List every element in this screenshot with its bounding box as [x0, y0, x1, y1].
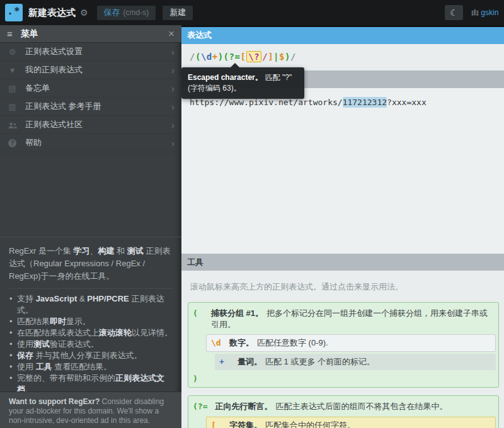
explain-text: 数字。匹配任意数字 (0-9). [229, 337, 328, 349]
chevron-right-icon: › [171, 120, 175, 130]
lookahead-token: (?= [193, 402, 207, 411]
reference-icon: ▥ [7, 103, 18, 111]
tools-content: 滚动鼠标来高亮上方的正则表达式。通过点击来显示用法。 ( 捕获分组 #1。把多个… [181, 271, 504, 428]
sidebar-item-settings[interactable]: ⚙ 正则表达式设置 › [0, 43, 181, 61]
sidebar-item-label: 正则表达式社区 [25, 119, 171, 130]
divider [9, 288, 173, 289]
feature-item: 使用测试验证表达式。 [9, 339, 173, 350]
sidebar-item-cheatsheet[interactable]: ▤ 备忘单 › [0, 79, 181, 98]
sidebar-item-label: 备忘单 [25, 82, 171, 94]
explain-group-box: ( 捕获分组 #1。把多个标记分在同一组并创建一个捕获分组，用来创建子串或引用。… [188, 302, 499, 388]
save-shortcut: (cmd-s) [123, 8, 149, 17]
regex-token: / [262, 52, 268, 62]
regex-token: / [190, 52, 195, 62]
expression-section-header: 表达式 [181, 25, 504, 44]
save-label: 保存 [104, 7, 120, 18]
sidebar-item-label: 正则表达式设置 [25, 46, 171, 57]
regex-token-hovered: \? [246, 51, 261, 62]
feature-item: 支持 JavaScript & PHP/PCRE 正则表达式。 [9, 293, 173, 316]
feature-item: 在匹配结果或表达式上滚动滚轮以见详情。 [9, 327, 173, 339]
sidebar-item-community[interactable]: 正则表达式社区 › [0, 116, 181, 134]
regex-token: / [290, 52, 296, 62]
expression-settings-gear-icon[interactable]: ⚙ [80, 8, 88, 18]
group-open-token: ( [193, 308, 203, 318]
quantifier-token: + [219, 357, 230, 366]
regex-token: (?= [224, 52, 241, 62]
test-text-area[interactable]: https://www.pixiv.net/artworks/117212312… [181, 88, 504, 254]
group-close-token: ) [193, 374, 203, 383]
topbar-right: ☾ 由 gskin [445, 5, 504, 20]
sidebar-item-label: 帮助 [25, 137, 171, 149]
page-title: 新建表达式 [28, 7, 76, 19]
chevron-right-icon: › [171, 138, 175, 149]
explain-row-digit[interactable]: \d 数字。匹配任意数字 (0-9). [206, 334, 496, 352]
token-tooltip: Escaped character。匹配 "?" (字符编码 63)。 [181, 67, 304, 99]
community-icon [7, 120, 18, 128]
test-text: ?xxx=xxx [387, 98, 427, 107]
explain-row-capture-group[interactable]: ( 捕获分组 #1。把多个标记分在同一组并创建一个捕获分组，用来创建子串或引用。 [188, 305, 497, 333]
menu-title: 菜单 [21, 28, 168, 40]
regexr-logo-icon[interactable]: .* [5, 4, 23, 21]
sidebar-item-label: 正则表达式 参考手册 [25, 101, 171, 112]
menu-list-icon: ≡ [7, 28, 13, 39]
theme-toggle-moon-icon[interactable]: ☾ [445, 5, 463, 20]
chevron-right-icon: › [171, 83, 175, 94]
save-button[interactable]: 保存 (cmd-s) [97, 6, 156, 20]
explain-text: 正向先行断言。匹配主表达式后面的组而不将其包含在结果中。 [215, 401, 447, 412]
top-bar: .* 新建表达式 ⚙ 保存 (cmd-s) 新建 ☾ 由 gskin [0, 0, 504, 25]
explain-row-quantifier[interactable]: + 量词。匹配 1 或更多 个前面的标记。 [215, 354, 496, 370]
byline: 由 gskin [471, 8, 504, 18]
ad-blocker-notice: Want to support RegExr? Consider disabli… [0, 391, 181, 428]
chevron-right-icon: › [171, 101, 175, 112]
sidebar-item-label: 我的正则表达式 [25, 64, 171, 76]
sidebar-item-reference[interactable]: ▥ 正则表达式 参考手册 › [0, 98, 181, 116]
expression-input[interactable]: /(\d+)(?=[\?/]|$)/ [181, 44, 504, 70]
tools-section-header: 工具 [181, 254, 504, 271]
close-icon[interactable]: × [168, 28, 175, 39]
regex-token: + [212, 52, 218, 62]
explain-row-group-close[interactable]: ) [188, 372, 497, 384]
feature-item: 保存 并与其他人分享正则表达式。 [9, 350, 173, 361]
sidebar-item-my-patterns[interactable]: ♥ 我的正则表达式 › [0, 61, 181, 79]
explain-lookahead-box: (?= 正向先行断言。匹配主表达式后面的组而不将其包含在结果中。 [ 字符集。匹… [188, 395, 499, 428]
new-label: 新建 [169, 7, 186, 18]
digit-token: \d [211, 338, 222, 347]
explain-row-lookahead[interactable]: (?= 正向先行断言。匹配主表达式后面的组而不将其包含在结果中。 [188, 398, 497, 415]
tooltip-title: Escaped character。 [188, 73, 263, 82]
regex-token: ( [195, 52, 201, 62]
regex-token: ] [268, 52, 273, 62]
feature-item: 使用 工具 查看匹配结果。 [9, 361, 173, 373]
feature-item: 匹配结果即时显示。 [9, 316, 173, 327]
match-highlight: 117212312 [343, 97, 387, 108]
sidebar-item-help[interactable]: ? 帮助 › [0, 134, 181, 152]
regex-token: | [273, 52, 279, 62]
explain-text: 捕获分组 #1。把多个标记分在同一组并创建一个捕获分组，用来创建子串或引用。 [211, 308, 493, 330]
sidebar-about: RegExr 是一个集 学习、构建 和 测试 正则表达式（Regular Exp… [0, 237, 181, 418]
regex-token: $ [279, 52, 285, 62]
chevron-right-icon: › [171, 65, 175, 76]
byline-author-link[interactable]: gskin [481, 8, 498, 17]
explain-row-charset[interactable]: [ 字符集。匹配集合中的任何字符。 \? Escaped character。匹… [206, 417, 496, 428]
explain-text: 量词。匹配 1 或更多 个前面的标记。 [238, 356, 375, 368]
regexr-app: .* 新建表达式 ⚙ 保存 (cmd-s) 新建 ☾ 由 gskin ≡ 菜单 … [0, 0, 504, 428]
regex-token: [ [240, 52, 246, 62]
byline-prefix: 由 [471, 8, 481, 17]
explain-text: 字符集。匹配集合中的任何字符。 [229, 420, 355, 428]
regex-token: \d [201, 52, 212, 62]
tools-hint: 滚动鼠标来高亮上方的正则表达式。通过点击来显示用法。 [181, 271, 504, 302]
regex-token: ) [218, 52, 224, 62]
gear-icon: ⚙ [7, 48, 18, 56]
regex-token: ) [285, 52, 290, 62]
heart-icon: ♥ [7, 66, 18, 74]
menu-header: ≡ 菜单 × [0, 25, 181, 43]
cheatsheet-icon: ▤ [7, 84, 18, 93]
sidebar: ≡ 菜单 × ⚙ 正则表达式设置 › ♥ 我的正则表达式 › ▤ 备忘单 › ▥… [0, 25, 181, 428]
new-button[interactable]: 新建 [163, 6, 193, 20]
test-text: https://www.pixiv.net/artworks/ [190, 98, 343, 107]
about-description: RegExr 是一个集 学习、构建 和 测试 正则表达式（Regular Exp… [9, 245, 173, 283]
charset-token: [ [211, 420, 222, 428]
chevron-right-icon: › [171, 47, 175, 57]
main-panel: 表达式 /(\d+)(?=[\?/]|$)/ https://www.pixiv… [181, 25, 504, 428]
help-icon: ? [7, 138, 18, 147]
